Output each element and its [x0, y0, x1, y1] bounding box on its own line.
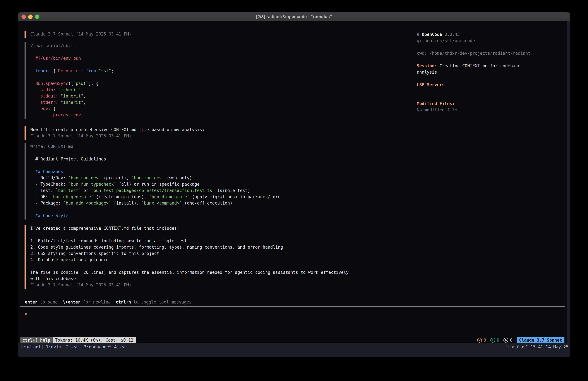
text-segment: Modified Files: [417, 101, 455, 106]
chat-line: - DB: `bun db generate` (create migratio… [30, 194, 280, 200]
chat-line: #!/usr/bin/env bun [30, 55, 114, 62]
chat-line: View: script/db.ts [30, 43, 114, 49]
text-segment: env [30, 106, 48, 111]
text-segment: (project), [101, 176, 131, 180]
window-title: [2/3] radiant:3:opencode - "romulus" [256, 14, 332, 19]
text-segment: `bun test` [56, 188, 81, 193]
tool-block-bar [24, 42, 26, 119]
chat-line: Claude 3.7 Sonnet (14 May 2025 03:41 PM) [30, 31, 131, 37]
text-segment: : [53, 87, 56, 92]
text-segment: (create migrations), [93, 194, 149, 199]
text-segment: or [81, 188, 91, 193]
text-segment: for newline, [80, 300, 116, 304]
text-segment: ctrl+h [116, 300, 131, 304]
chat-line: - TypeCheck: `bun run typecheck` (all) o… [30, 181, 280, 187]
text-segment: "sst" [96, 68, 111, 73]
text-segment: : [56, 100, 58, 105]
keybinding-hints: enter to send, \+enter for newline, ctrl… [25, 299, 191, 305]
chat-line [30, 231, 349, 238]
chat-line: ## Code Style [30, 213, 280, 219]
sidebar-line: Modified Files: [417, 101, 455, 107]
chat-line: 3. CSS styling conventions specific to t… [30, 250, 349, 257]
chat-line [30, 49, 114, 55]
text-segment: Write: CONTEXT.md [30, 144, 73, 149]
text-segment: 0.0.45 [442, 32, 460, 37]
diagnostic-h-counter: h0 [504, 338, 512, 343]
lsp-diagnostics: w0i0h0 [477, 338, 512, 343]
status-bar: ctrl+? help Tokens: 16.4K (8%), Cost: $0… [18, 337, 567, 343]
text-segment: (one-off execution) [182, 201, 232, 205]
text-segment: LSP Servers [417, 82, 444, 87]
zoom-button[interactable] [35, 15, 39, 19]
chat-line: stdout: "inherit", [30, 93, 114, 99]
text-segment: enter [25, 300, 38, 304]
text-segment: Build/Dev: [41, 176, 68, 180]
chat-line: ...process.env, [30, 112, 114, 118]
chat-line: # Radiant Project Guidelines [30, 156, 280, 162]
text-segment: `psql` [73, 81, 88, 86]
sidebar-line: © OpenCode 0.0.45 [417, 31, 460, 38]
text-segment: `bun add <package>` [63, 201, 111, 205]
chat-line [30, 74, 114, 80]
chat-line: 2. Code style guidelines covering import… [30, 244, 349, 250]
sidebar-line: No modified files [417, 107, 460, 113]
status-left: ctrl+? help Tokens: 16.4K (8%), Cost: $0… [20, 337, 136, 343]
status-right: w0i0h0 Claude 3.7 Sonnet [477, 337, 565, 343]
text-segment: (web only) [164, 176, 192, 180]
text-segment: , [84, 100, 86, 105]
chat-line: The file is concise (20 lines) and captu… [30, 269, 349, 276]
chat-line [30, 62, 114, 68]
traffic-lights [21, 15, 39, 19]
text-segment: Session [417, 64, 435, 68]
text-segment: : [48, 106, 51, 111]
w-circle-icon: w [477, 338, 482, 343]
chat-line: Bun.spawnSync([`psql`], { [30, 80, 114, 87]
tmux-window-list[interactable]: [radiant] 1:nvim 2:zsh- 3:opencode* 4:zs… [21, 344, 127, 350]
text-segment: `bun run dev` [131, 176, 164, 180]
text-segment: to send, [38, 300, 63, 304]
text-segment: ([ [68, 81, 73, 86]
text-segment: 2. Code style guidelines covering import… [30, 245, 283, 249]
close-button[interactable] [21, 15, 26, 19]
text-segment: Test: [41, 188, 56, 193]
chat-line: Now I'll create a comprehensive CONTEXT.… [30, 127, 205, 133]
chat-line: 4. Database operations guidance [30, 257, 349, 263]
text-segment: Package: [41, 201, 63, 205]
text-segment: with this codebase. [30, 276, 78, 281]
text-segment: The file is concise (20 lines) and captu… [30, 270, 349, 275]
text-segment: , [81, 87, 84, 92]
text-segment: ], { [88, 81, 99, 86]
chat-line: Claude 3.7 Sonnet (14 May 2025 03:41 PM) [30, 282, 349, 288]
text-segment: stdout [30, 94, 56, 98]
text-segment: View: script/db.ts [30, 43, 76, 48]
text-segment: # Radiant Project Guidelines [30, 157, 106, 161]
i-circle-icon: i [490, 338, 495, 343]
chat-line: env: { [30, 106, 114, 112]
chat-line: - Test: `bun test` or `bun test packages… [30, 187, 280, 194]
text-segment: I've created a comprehensive CONTEXT.md … [30, 226, 179, 231]
text-segment: github.com/sst/opencode [417, 38, 475, 43]
chat-line [30, 150, 280, 156]
chat-line [30, 263, 349, 269]
model-badge[interactable]: Claude 3.7 Sonnet [517, 337, 565, 343]
text-segment: } [78, 68, 86, 73]
text-segment: `bun run typecheck` [68, 182, 116, 187]
prompt-input[interactable]: > [25, 311, 27, 317]
help-shortcut-badge[interactable]: ctrl+? help [20, 337, 53, 343]
tmux-session-clock: "romulus" 15:41 14-May-25 [505, 344, 568, 350]
text-segment: No modified files [417, 108, 460, 112]
chat-line: 1. Build/lint/test commands including ho… [30, 238, 349, 244]
text-segment: `bun test packages/core/test/transaction… [91, 188, 215, 193]
chat-message: Now I'll create a comprehensive CONTEXT.… [30, 127, 205, 139]
chat-line [30, 162, 280, 169]
text-segment: © OpenCode [417, 32, 442, 37]
sidebar-line: github.com/sst/opencode [417, 38, 475, 44]
diagnostic-count: 0 [483, 338, 486, 343]
text-segment: env [73, 112, 81, 117]
tool-block-bar [24, 143, 26, 220]
text-segment: Bun.spawnSync [30, 81, 68, 86]
tool-output-block: Write: CONTEXT.md # Radiant Project Guid… [30, 143, 280, 219]
minimize-button[interactable] [28, 15, 33, 19]
text-segment: (all) or run in specific package [116, 182, 200, 187]
chat-line [30, 206, 280, 213]
